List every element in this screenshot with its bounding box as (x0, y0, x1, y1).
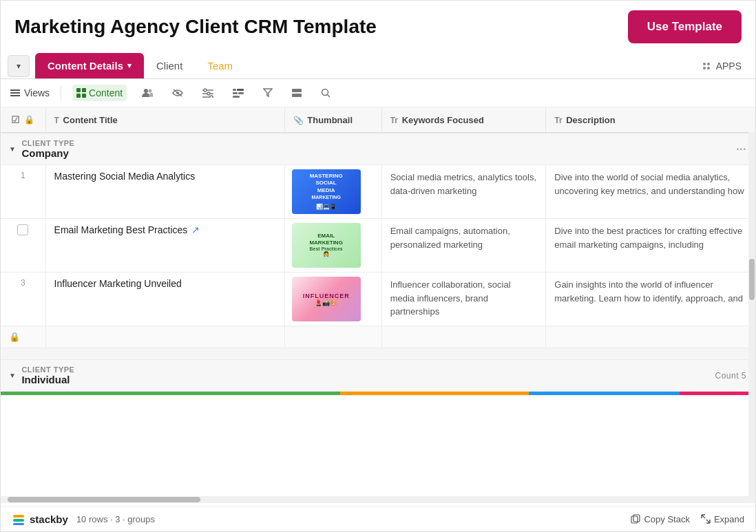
sliders-icon (202, 88, 213, 98)
table-wrapper[interactable]: ☑ 🔒 T Content Title 📎 Thumbnail (1, 107, 755, 396)
svg-rect-6 (10, 95, 20, 96)
tab-content-details-label: Content Details (48, 60, 123, 72)
th-checkbox: ☑ 🔒 (1, 107, 45, 133)
thumbnail-influencer: INFLUENCER 💄📸🎨 (292, 277, 361, 321)
table-container: ☑ 🔒 T Content Title 📎 Thumbnail (1, 107, 755, 496)
svg-rect-32 (13, 523, 24, 525)
group-more-icon[interactable]: ··· (736, 143, 746, 156)
header-checkbox-icon[interactable]: ☑ (11, 114, 20, 125)
cell-desc-3: Gain insights into the world of influenc… (546, 273, 755, 326)
stackby-logo: stackby (12, 512, 68, 526)
views-button[interactable]: Views (10, 87, 50, 98)
vertical-scrollbar[interactable] (748, 107, 755, 496)
svg-point-28 (322, 89, 328, 96)
search-icon-btn[interactable] (317, 85, 335, 100)
progress-blue (529, 392, 680, 395)
svg-point-11 (144, 89, 148, 93)
group-icon-btn[interactable] (229, 85, 248, 100)
cell-keywords-2: Email campaigns, automation, personalize… (381, 219, 546, 273)
group-collapse-icon[interactable]: ▼ (9, 145, 16, 153)
svg-point-1 (707, 63, 710, 65)
eye-icon (172, 89, 183, 97)
svg-rect-31 (13, 519, 24, 522)
row-num-1: 1 (1, 165, 45, 219)
attachment-icon: 📎 (293, 116, 304, 125)
th-content-title: T Content Title (45, 107, 284, 133)
cell-keywords-1: Social media metrics, analytics tools, d… (381, 165, 546, 219)
footer-rows-info: 10 rows · 3 · groups (76, 514, 155, 524)
people-icon-btn[interactable] (138, 85, 157, 100)
svg-rect-27 (292, 94, 302, 97)
cell-title-3[interactable]: Influencer Marketing Unveiled (45, 273, 284, 326)
progress-orange (340, 392, 529, 395)
svg-rect-24 (238, 92, 244, 94)
hamburger-icon (10, 88, 20, 98)
tab-content-details[interactable]: Content Details ▾ (35, 53, 144, 78)
svg-rect-25 (233, 96, 240, 98)
footer-right: Copy Stack Expand (631, 514, 744, 524)
th-description: Tr Description (546, 107, 755, 133)
footer: stackby 10 rows · 3 · groups Copy Stack … (1, 506, 755, 531)
expand-button[interactable]: Expand (701, 514, 744, 524)
thumbnail-social-media: MASTERINGSOCIALMEDIAMARKETING 📊💻📱 (292, 169, 361, 214)
copy-stack-button[interactable]: Copy Stack (631, 514, 689, 524)
funnel-icon-btn[interactable] (259, 85, 277, 100)
expand-row-icon[interactable]: ↗ (191, 224, 200, 235)
cell-thumb-1: MASTERINGSOCIALMEDIAMARKETING 📊💻📱 (284, 165, 381, 219)
svg-point-12 (149, 89, 152, 93)
cell-thumb-2: EMAILMARKETING Best Practices 👩‍💼 (284, 219, 381, 273)
use-template-button[interactable]: Use Template (628, 10, 742, 43)
eye-icon-btn[interactable] (168, 86, 187, 100)
text-rich-icon: Tr (390, 116, 398, 125)
filter-icon-btn[interactable] (198, 85, 218, 100)
svg-rect-10 (82, 94, 86, 98)
lock-icon: 🔒 (24, 115, 34, 125)
tab-team[interactable]: Team (195, 53, 245, 78)
collapse-button[interactable]: ▾ (8, 55, 30, 77)
group-row-company: ▼ CLIENT TYPE Company ··· (1, 133, 755, 165)
svg-rect-23 (233, 92, 238, 94)
tab-bar: ▾ Content Details ▾ Client Team APPS (1, 53, 755, 79)
hscroll-thumb[interactable] (8, 497, 200, 502)
lock-row: 🔒 (1, 326, 755, 348)
text-icon: T (54, 116, 59, 125)
cell-keywords-3: Influencer collaboration, social media i… (381, 273, 546, 326)
table-row: Email Marketing Best Practices ↗ EMAILMA… (1, 219, 755, 273)
cell-title-1[interactable]: Mastering Social Media Analytics (45, 165, 284, 219)
progress-pink (680, 392, 755, 395)
card-icon-btn[interactable] (288, 86, 306, 100)
progress-green (1, 392, 340, 395)
chevron-down-icon: ▾ (127, 61, 132, 70)
toolbar: Views Content (1, 79, 755, 107)
content-view-button[interactable]: Content (72, 85, 127, 101)
horizontal-scrollbar[interactable] (1, 496, 755, 503)
svg-point-20 (210, 96, 213, 98)
svg-rect-26 (292, 89, 302, 92)
th-thumbnail: 📎 Thumbnail (284, 107, 381, 133)
expand-icon (701, 514, 711, 524)
lock-icon-row: 🔒 (9, 332, 20, 342)
app-header: Marketing Agency Client CRM Template Use… (1, 1, 755, 53)
tab-client[interactable]: Client (144, 53, 195, 78)
svg-rect-7 (76, 88, 81, 92)
scroll-thumb[interactable] (749, 259, 755, 300)
thumbnail-email-marketing: EMAILMARKETING Best Practices 👩‍💼 (292, 223, 361, 268)
row-checkbox[interactable] (17, 224, 28, 235)
apps-button[interactable]: APPS (694, 56, 748, 76)
group-collapse-individual-icon[interactable]: ▼ (9, 372, 16, 379)
stackby-logo-icon (12, 512, 25, 526)
cell-thumb-3: INFLUENCER 💄📸🎨 (284, 273, 381, 326)
cell-title-2[interactable]: Email Marketing Best Practices ↗ (45, 219, 284, 273)
cell-desc-2: Dive into the best practices for craftin… (546, 219, 755, 273)
main-table: ☑ 🔒 T Content Title 📎 Thumbnail (1, 107, 755, 396)
content-label: Content (89, 87, 123, 98)
toolbar-separator (61, 86, 61, 100)
card-icon (292, 89, 302, 97)
cell-desc-1: Dive into the world of social media anal… (546, 165, 755, 219)
svg-line-29 (328, 95, 330, 98)
footer-left: stackby 10 rows · 3 · groups (12, 512, 155, 526)
funnel-icon (263, 88, 273, 98)
svg-point-16 (204, 89, 207, 92)
group-icon (233, 88, 244, 98)
svg-rect-30 (13, 515, 24, 518)
